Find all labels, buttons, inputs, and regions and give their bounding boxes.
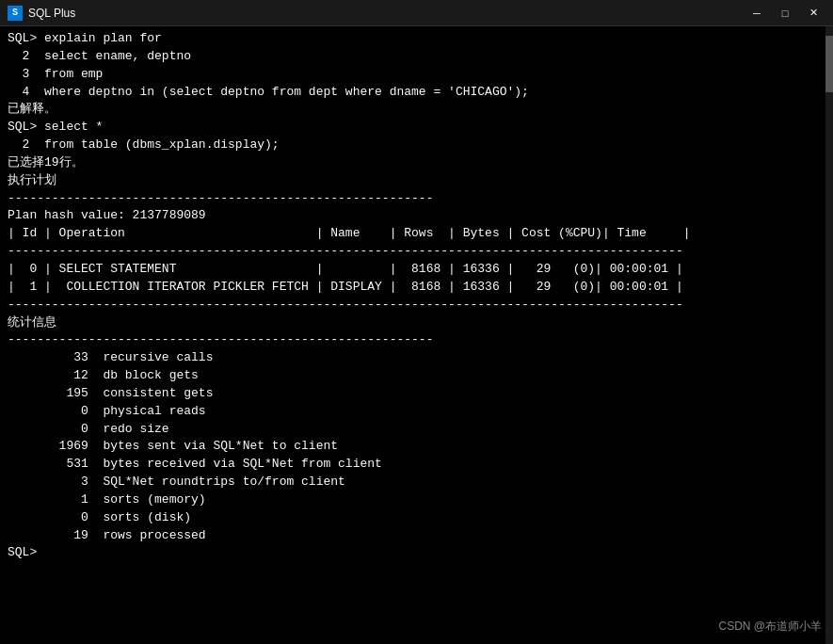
terminal-line: SQL> explain plan for: [8, 30, 825, 48]
terminal-line: 统计信息: [8, 314, 825, 332]
terminal-line: SQL> select *: [8, 119, 825, 137]
terminal-line: ----------------------------------------…: [8, 297, 825, 314]
terminal-line: 2 from table (dbms_xplan.display);: [8, 137, 825, 154]
terminal-line: 33 recursive calls: [8, 349, 825, 367]
minimize-button[interactable]: ─: [745, 4, 769, 23]
terminal-line: ----------------------------------------…: [8, 190, 825, 208]
terminal-line: 195 consistent gets: [8, 385, 825, 403]
terminal-line: ----------------------------------------…: [8, 331, 825, 349]
terminal-line: 已解释。: [8, 101, 825, 119]
terminal-line: 4 where deptno in (select deptno from de…: [8, 84, 825, 102]
scroll-container: SQL> explain plan for 2 select ename, de…: [0, 26, 833, 644]
scrollbar-thumb[interactable]: [825, 36, 833, 92]
terminal-line: | 1 | COLLECTION ITERATOR PICKLER FETCH …: [8, 279, 825, 297]
terminal-line: 12 db block gets: [8, 367, 825, 385]
terminal-line: 2 select ename, deptno: [8, 48, 825, 66]
terminal-line: 执行计划: [8, 172, 825, 190]
terminal-line: 0 sorts (disk): [8, 509, 825, 527]
terminal-line: 531 bytes received via SQL*Net from clie…: [8, 456, 825, 474]
terminal-line: 已选择19行。: [8, 154, 825, 172]
terminal-line: 0 physical reads: [8, 403, 825, 421]
terminal-line: 1969 bytes sent via SQL*Net to client: [8, 438, 825, 456]
terminal-line: | Id | Operation | Name | Rows | Bytes |…: [8, 225, 825, 243]
terminal-line: 0 redo size: [8, 421, 825, 439]
terminal-line: | 0 | SELECT STATEMENT | | 8168 | 16336 …: [8, 261, 825, 279]
maximize-button[interactable]: □: [773, 4, 797, 23]
terminal-line: ----------------------------------------…: [8, 243, 825, 261]
terminal-line: Plan hash value: 2137789089: [8, 207, 825, 225]
app-title: SQL Plus: [28, 7, 75, 20]
titlebar-left: S SQL Plus: [8, 6, 75, 21]
terminal-line: 1 sorts (memory): [8, 491, 825, 509]
titlebar: S SQL Plus ─ □ ✕: [0, 0, 833, 26]
terminal-line: 3 SQL*Net roundtrips to/from client: [8, 474, 825, 491]
app-icon: S: [8, 6, 23, 21]
terminal-line: 3 from emp: [8, 66, 825, 84]
terminal-line: 19 rows processed: [8, 527, 825, 545]
terminal-output[interactable]: SQL> explain plan for 2 select ename, de…: [0, 26, 833, 644]
terminal-line: SQL>: [8, 544, 825, 562]
titlebar-controls: ─ □ ✕: [745, 4, 825, 23]
close-button[interactable]: ✕: [801, 4, 825, 23]
scrollbar[interactable]: [825, 26, 833, 644]
